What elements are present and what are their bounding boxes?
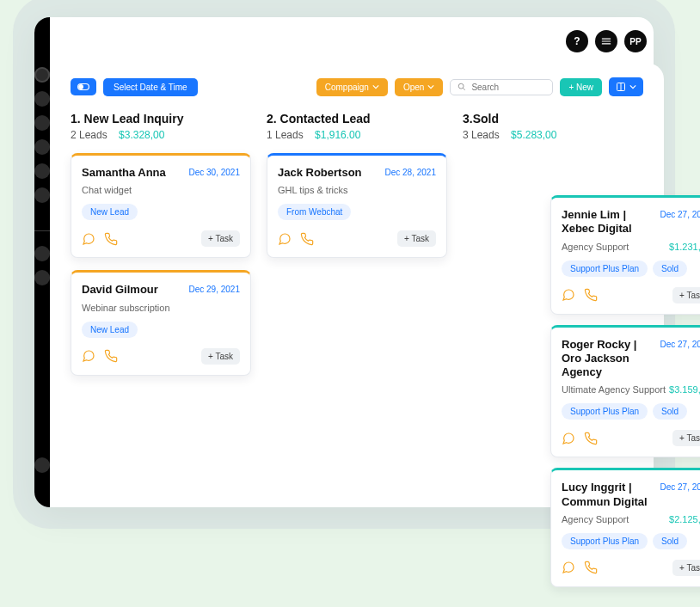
- lead-card[interactable]: Jack Robertson Dec 28, 2021 GHL tips & t…: [267, 153, 447, 258]
- kanban-column: 1. New Lead Inquiry 2 Leads $3.328,00 Sa…: [71, 112, 251, 376]
- card-name: Jennie Lim | Xebec Digital: [562, 208, 654, 236]
- avatar-initials: PP: [629, 37, 641, 46]
- card-desc: Chat widget: [82, 185, 132, 195]
- kanban-column-overflow: Jennie Lim | Xebec Digital Dec 27, 2021 …: [550, 185, 700, 587]
- svg-line-6: [464, 88, 466, 90]
- card-desc: Webinar subscription: [82, 303, 170, 313]
- card-amount: $3.159,00: [669, 384, 700, 395]
- lead-card[interactable]: Jennie Lim | Xebec Digital Dec 27, 2021 …: [550, 195, 700, 315]
- phone-icon[interactable]: [300, 232, 314, 246]
- search-input-wrap[interactable]: [450, 79, 553, 95]
- card-tag: Support Plus Plan: [562, 403, 648, 420]
- card-tag: Support Plus Plan: [562, 261, 648, 277]
- column-title: 3.Sold: [463, 112, 643, 126]
- svg-point-4: [79, 85, 83, 89]
- open-dropdown[interactable]: Open: [395, 78, 443, 96]
- add-task-button[interactable]: + Task: [201, 230, 240, 247]
- card-amount: $2.125,00: [669, 514, 700, 524]
- sidebar-item-5[interactable]: [34, 163, 50, 179]
- sidebar-item-1[interactable]: [34, 67, 50, 83]
- card-tag: Support Plus Plan: [562, 533, 648, 549]
- card-tag: New Lead: [82, 322, 138, 338]
- search-input[interactable]: [471, 83, 545, 92]
- card-desc: Agency Support: [562, 514, 629, 524]
- card-name: Samantha Anna: [82, 166, 166, 180]
- sidebar-item-2[interactable]: [34, 91, 50, 107]
- lead-card[interactable]: Samantha Anna Dec 30, 2021 Chat widget N…: [71, 153, 251, 258]
- card-date: Dec 30, 2021: [189, 168, 241, 177]
- card-date: Dec 28, 2021: [385, 168, 437, 177]
- chat-icon[interactable]: [562, 432, 575, 445]
- column-lead-count: 2 Leads: [71, 129, 107, 141]
- campaign-dropdown[interactable]: Comppaign: [316, 78, 388, 96]
- card-date: Dec 27, 2021: [660, 482, 701, 492]
- menu-icon: [600, 35, 612, 47]
- avatar[interactable]: PP: [624, 30, 647, 52]
- column-amount: $5.283,00: [511, 129, 556, 141]
- column-title: 2. Contacted Lead: [267, 112, 447, 126]
- kanban-column: 2. Contacted Lead 1 Leads $1,916.00 Jack…: [267, 112, 447, 376]
- add-task-button[interactable]: + Task: [397, 230, 436, 247]
- phone-icon[interactable]: [104, 232, 118, 246]
- card-name: Jack Robertson: [278, 166, 362, 180]
- toggle-icon: [77, 83, 89, 91]
- column-lead-count: 3 Leads: [463, 129, 500, 141]
- sidebar-nav: [34, 17, 50, 507]
- chat-icon[interactable]: [562, 288, 575, 302]
- card-desc: Agency Support: [562, 242, 629, 252]
- sidebar-item-6[interactable]: [34, 187, 50, 203]
- add-task-button[interactable]: + Task: [672, 430, 700, 446]
- card-name: David Gilmour: [82, 283, 158, 297]
- phone-icon[interactable]: [584, 288, 598, 302]
- add-task-button[interactable]: + Task: [672, 287, 700, 304]
- card-tag: From Webchat: [278, 204, 351, 220]
- top-bar: ? PP: [50, 17, 664, 65]
- column-title: 1. New Lead Inquiry: [71, 112, 251, 126]
- card-date: Dec 29, 2021: [189, 285, 241, 294]
- add-task-button[interactable]: + Task: [201, 348, 240, 365]
- layout-button[interactable]: [609, 77, 643, 96]
- chevron-down-icon: [427, 83, 434, 90]
- add-task-button[interactable]: + Task: [672, 560, 700, 576]
- sidebar-item-settings[interactable]: [34, 457, 50, 473]
- lead-card[interactable]: David Gilmour Dec 29, 2021 Webinar subsc…: [71, 270, 251, 375]
- select-date-button[interactable]: Select Date & Time: [103, 78, 198, 96]
- new-button[interactable]: + New: [560, 78, 602, 96]
- chevron-down-icon: [372, 83, 379, 90]
- phone-icon[interactable]: [104, 349, 118, 363]
- card-tag: Sold: [653, 403, 687, 420]
- card-desc: GHL tips & tricks: [278, 185, 348, 195]
- chat-icon[interactable]: [562, 561, 575, 574]
- campaign-label: Comppaign: [325, 83, 369, 92]
- open-label: Open: [403, 83, 424, 92]
- svg-point-5: [459, 83, 464, 89]
- chevron-down-icon: [629, 83, 636, 90]
- sidebar-item-4[interactable]: [34, 139, 50, 155]
- phone-icon[interactable]: [584, 561, 598, 574]
- sidebar-item-8[interactable]: [34, 270, 50, 285]
- chat-icon[interactable]: [82, 349, 95, 363]
- sidebar-item-3[interactable]: [34, 115, 50, 131]
- card-name: Lucy Inggrit | Commun Digital: [562, 481, 654, 509]
- lead-card[interactable]: Lucy Inggrit | Commun Digital Dec 27, 20…: [550, 468, 700, 587]
- chat-icon[interactable]: [82, 232, 95, 246]
- search-icon: [457, 83, 466, 91]
- toggle-view-button[interactable]: [71, 78, 96, 95]
- card-tag: Sold: [653, 533, 687, 549]
- card-tag: New Lead: [82, 204, 138, 220]
- card-date: Dec 27, 2021: [660, 210, 701, 219]
- app-frame: ? PP Select Date & Time Comppaign Open: [34, 17, 654, 507]
- phone-icon[interactable]: [584, 432, 598, 445]
- column-lead-count: 1 Leads: [267, 129, 304, 141]
- help-button[interactable]: ?: [566, 30, 588, 52]
- card-desc: Ultimate Agency Support: [562, 384, 666, 395]
- columns-icon: [616, 82, 626, 92]
- sidebar-item-7[interactable]: [34, 246, 50, 261]
- column-amount: $3.328,00: [119, 129, 164, 141]
- card-tag: Sold: [653, 261, 687, 277]
- card-date: Dec 27, 2021: [660, 340, 701, 349]
- menu-button[interactable]: [595, 30, 617, 52]
- chat-icon[interactable]: [278, 232, 292, 246]
- lead-card[interactable]: Roger Rocky | Oro Jackson Agency Dec 27,…: [550, 325, 700, 458]
- card-name: Roger Rocky | Oro Jackson Agency: [562, 338, 654, 380]
